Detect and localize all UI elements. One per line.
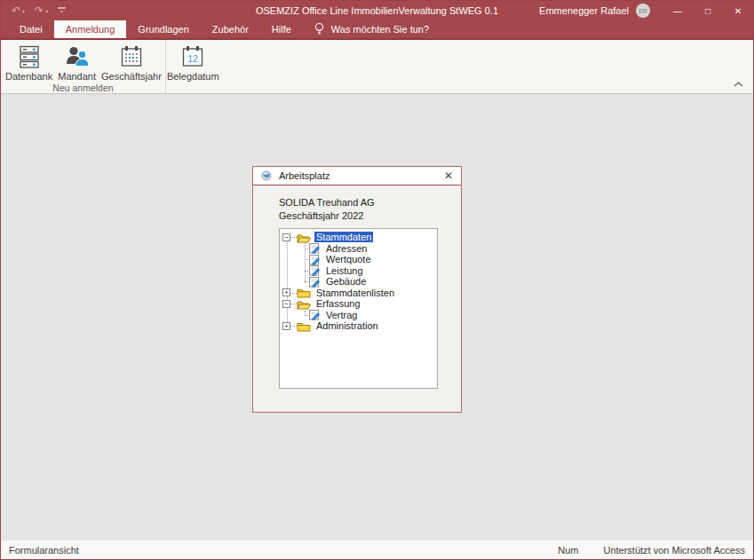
dialog-body: SOLIDA Treuhand AG Geschäftsjahr 2022 −S… [253,185,461,411]
tree-row-stammdatenlisten[interactable]: +Stammdatenlisten [280,288,437,299]
ribbon-button-label: Belegdatum [167,71,219,82]
ribbon-button-label: Datenbank [5,71,52,82]
ribbon-tab-row: DateiAnmeldungGrundlagenZubehörHilfe Was… [1,20,753,38]
ribbon-buttons: DatenbankMandantGeschäftsjahr12Belegdatu… [1,40,165,83]
lightbulb-icon [314,22,325,36]
tab-grundlagen[interactable]: Grundlagen [126,20,201,38]
tree-item-label[interactable]: Erfassung [314,298,362,309]
app-window: ↶▾ ↷▾ ▾ OSEMZIZ Office Line ImmobilienVe… [0,0,754,560]
form-icon [309,309,321,320]
quick-access-toolbar: ↶▾ ↷▾ ▾ [12,4,66,17]
maximize-button[interactable]: □ [693,1,723,20]
tree-item-label[interactable]: Stammdaten [314,232,373,242]
tree-item-label[interactable]: Adressen [324,243,369,254]
ribbon-button-label: Geschäftsjahr [101,71,162,82]
tab-anmeldung[interactable]: Anmeldung [54,20,127,38]
belegdatum-button[interactable]: 12Belegdatum [164,42,222,83]
tree-row-adressen[interactable]: Adressen [280,243,437,255]
svg-text:12: 12 [187,53,198,64]
arbeitsplatz-dialog: Arbeitsplatz ✕ SOLIDA Treuhand AG Geschä… [252,166,462,413]
tree-item-label[interactable]: Leistung [324,265,365,276]
user-avatar[interactable]: ER [636,4,650,18]
chevron-up-icon [734,82,743,87]
datenbank-button[interactable]: Datenbank [3,42,55,83]
tab-datei[interactable]: Datei [8,20,54,38]
tree-row-vertrag[interactable]: Vertrag [280,310,437,321]
signed-in-user[interactable]: Emmenegger Rafael [539,5,629,16]
tell-me-label: Was möchten Sie tun? [331,24,429,35]
redo-icon[interactable]: ↷▾ [35,4,48,17]
ribbon-button-label: Mandant [58,71,96,82]
form-canvas: Arbeitsplatz ✕ SOLIDA Treuhand AG Geschä… [1,94,753,540]
folder-closed-icon [297,287,311,298]
mandant-button[interactable]: Mandant [55,42,99,83]
tell-me-box[interactable]: Was möchten Sie tun? [314,20,429,38]
company-name: SOLIDA Treuhand AG [279,197,375,208]
ribbon: DatenbankMandantGeschäftsjahr12Belegdatu… [1,38,753,94]
navigation-tree-box: −StammdatenAdressenWertquoteLeistungGebä… [279,228,438,389]
window-title: OSEMZIZ Office Line ImmobilienVerwaltung… [256,5,498,16]
dialog-title-bar[interactable]: Arbeitsplatz ✕ [253,167,461,185]
form-icon [309,242,321,254]
form-icon [309,276,321,288]
tree-row-wertquote[interactable]: Wertquote [280,254,437,265]
undo-icon[interactable]: ↶▾ [12,4,25,17]
form-icon [309,264,321,276]
folder-open-icon [297,298,311,310]
ribbon-group-neu-anmelden: DatenbankMandantGeschäftsjahr12Belegdatu… [1,40,166,93]
expand-toggle-icon[interactable]: + [282,288,290,296]
tree-item-label[interactable]: Gebäude [324,276,368,287]
expand-toggle-icon[interactable]: + [282,322,290,330]
tab-zubehör[interactable]: Zubehör [201,20,260,38]
tree-item-label[interactable]: Wertquote [324,254,373,264]
calendar-12-icon: 12 [179,43,206,70]
minimize-button[interactable]: — [663,1,693,20]
dialog-title: Arbeitsplatz [279,170,329,181]
tree: −StammdatenAdressenWertquoteLeistungGebä… [280,229,437,388]
calendar-grid-icon [118,43,145,70]
tree-row-gebäude[interactable]: Gebäude [280,276,437,288]
collapse-toggle-icon[interactable]: − [282,300,290,308]
tree-row-erfassung[interactable]: −Erfassung [280,298,437,310]
form-globe-icon [261,170,272,181]
tree-item-label[interactable]: Administration [314,320,380,331]
folder-open-icon [297,232,311,243]
form-icon [309,254,321,265]
users-icon [64,43,91,70]
ribbon-tabs: DateiAnmeldungGrundlagenZubehörHilfe [8,20,303,38]
status-bar: Formularansicht Num Unterstützt von Micr… [1,540,753,559]
powered-by-label: Unterstützt von Microsoft Access [603,545,745,556]
tree-row-administration[interactable]: +Administration [280,320,437,332]
tree-row-stammdaten[interactable]: −Stammdaten [280,232,437,243]
fiscal-year: Geschäftsjahr 2022 [279,210,363,221]
close-button[interactable]: ✕ [723,1,753,20]
title-bar: ↶▾ ↷▾ ▾ OSEMZIZ Office Line ImmobilienVe… [1,1,753,20]
dialog-close-icon[interactable]: ✕ [444,170,453,182]
database-icon [16,43,43,70]
tree-item-label[interactable]: Vertrag [324,310,359,320]
numlock-indicator: Num [558,545,578,556]
view-mode-label: Formularansicht [9,545,79,556]
tree-row-leistung[interactable]: Leistung [280,265,437,277]
collapse-toggle-icon[interactable]: − [282,233,290,241]
tab-hilfe[interactable]: Hilfe [260,20,303,38]
tree-item-label[interactable]: Stammdatenlisten [314,288,396,298]
geschäftsjahr-button[interactable]: Geschäftsjahr [99,42,164,83]
collapse-ribbon-button[interactable] [732,80,744,89]
customize-qat-icon[interactable]: ▾ [58,7,66,14]
folder-closed-icon [297,320,311,332]
